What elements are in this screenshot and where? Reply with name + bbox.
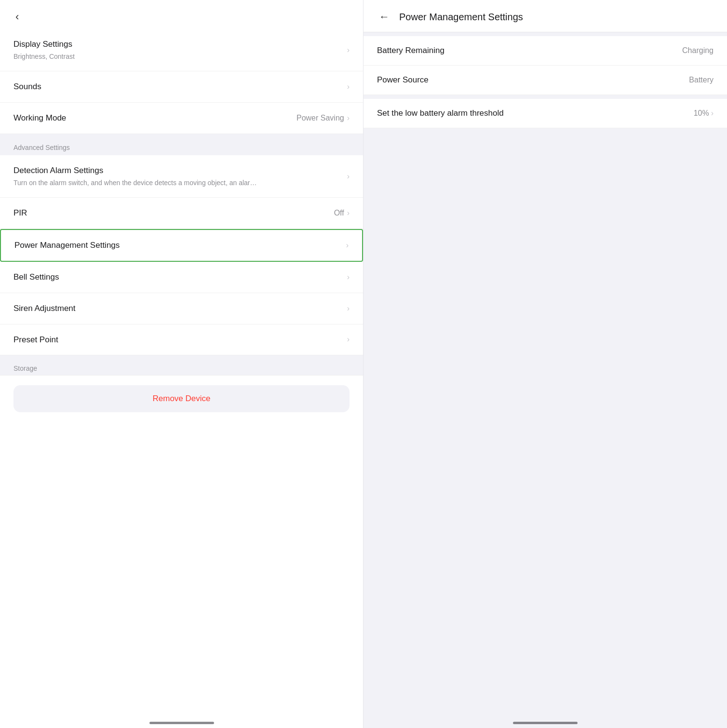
bell-settings-chevron: › — [347, 273, 350, 282]
right-home-indicator — [364, 712, 727, 728]
advanced-settings-label: Advanced Settings — [0, 138, 363, 155]
left-header: ‹ — [0, 0, 363, 29]
chevron-icon: › — [347, 46, 350, 54]
preset-point-left: Preset Point — [13, 334, 347, 346]
section-divider-storage — [0, 355, 363, 359]
preset-point-right: › — [347, 335, 350, 344]
right-home-bar — [513, 722, 578, 724]
siren-adjustment-right: › — [347, 304, 350, 313]
settings-item-detection-alarm[interactable]: Detection Alarm Settings Turn on the ala… — [0, 155, 363, 198]
bell-settings-right: › — [347, 273, 350, 282]
settings-item-pir[interactable]: PIR Off › — [0, 198, 363, 229]
detection-alarm-title: Detection Alarm Settings — [13, 165, 347, 176]
right-header-title: Power Management Settings — [399, 12, 523, 23]
sounds-right: › — [347, 82, 350, 91]
working-mode-title: Working Mode — [13, 112, 296, 124]
power-source-title: Power Source — [377, 75, 429, 85]
working-mode-chevron: › — [347, 114, 350, 122]
right-mid-divider — [364, 95, 727, 99]
detection-alarm-subtitle: Turn on the alarm switch, and when the d… — [13, 178, 347, 188]
low-battery-threshold-title: Set the low battery alarm threshold — [377, 108, 504, 118]
settings-item-display-settings[interactable]: Display Settings Brightness, Contrast › — [0, 29, 363, 71]
left-home-indicator — [0, 712, 363, 728]
right-empty-space — [364, 128, 727, 712]
detection-alarm-left: Detection Alarm Settings Turn on the ala… — [13, 165, 347, 188]
settings-item-preset-point[interactable]: Preset Point › — [0, 324, 363, 356]
right-settings-list-2: Set the low battery alarm threshold 10% … — [364, 99, 727, 128]
siren-adjustment-title: Siren Adjustment — [13, 303, 347, 314]
pir-value: Off — [334, 209, 344, 217]
settings-item-bell-settings[interactable]: Bell Settings › — [0, 262, 363, 293]
section-divider-advanced — [0, 134, 363, 138]
display-settings-subtitle: Brightness, Contrast — [13, 52, 347, 62]
threshold-row: 10% › — [694, 109, 714, 118]
working-mode-right: Power Saving › — [296, 114, 350, 122]
right-panel: ← Power Management Settings Battery Rema… — [364, 0, 727, 728]
siren-adjustment-chevron: › — [347, 304, 350, 313]
settings-item-working-mode[interactable]: Working Mode Power Saving › — [0, 103, 363, 134]
remove-device-button[interactable]: Remove Device — [13, 385, 350, 412]
pir-left: PIR — [13, 207, 334, 219]
siren-adjustment-left: Siren Adjustment — [13, 303, 347, 314]
left-back-button[interactable]: ‹ — [13, 10, 21, 24]
threshold-value: 10% — [694, 109, 709, 118]
working-mode-value: Power Saving — [296, 114, 344, 122]
bell-settings-left: Bell Settings — [13, 271, 347, 283]
threshold-chevron: › — [711, 109, 714, 118]
pir-right: Off › — [334, 209, 350, 217]
right-header: ← Power Management Settings — [364, 0, 727, 32]
left-home-bar — [149, 722, 214, 724]
remove-device-section: Remove Device — [0, 375, 363, 422]
power-management-chevron: › — [346, 241, 349, 250]
battery-remaining-value: Charging — [682, 46, 714, 55]
power-source-value: Battery — [689, 76, 714, 84]
pir-title: PIR — [13, 207, 334, 219]
bell-settings-title: Bell Settings — [13, 271, 347, 283]
settings-item-power-management[interactable]: Power Management Settings › — [0, 229, 363, 262]
preset-point-title: Preset Point — [13, 334, 347, 346]
power-management-left: Power Management Settings — [14, 240, 346, 251]
sounds-title: Sounds — [13, 81, 347, 93]
storage-section: Storage — [0, 359, 363, 375]
right-settings-list: Battery Remaining Charging Power Source … — [364, 36, 727, 95]
sounds-chevron: › — [347, 82, 350, 91]
power-management-title: Power Management Settings — [14, 240, 346, 251]
sounds-left: Sounds — [13, 81, 347, 93]
settings-item-left: Display Settings Brightness, Contrast — [13, 39, 347, 61]
display-settings-title: Display Settings — [13, 39, 347, 50]
right-back-button[interactable]: ← — [377, 10, 391, 24]
detection-alarm-right: › — [347, 172, 350, 181]
battery-remaining-title: Battery Remaining — [377, 46, 444, 55]
settings-item-sounds[interactable]: Sounds › — [0, 71, 363, 103]
settings-item-siren-adjustment[interactable]: Siren Adjustment › — [0, 293, 363, 324]
right-item-power-source[interactable]: Power Source Battery — [364, 66, 727, 95]
preset-point-chevron: › — [347, 335, 350, 344]
working-mode-left: Working Mode — [13, 112, 296, 124]
right-item-battery-remaining[interactable]: Battery Remaining Charging — [364, 36, 727, 66]
right-top-divider — [364, 32, 727, 36]
pir-chevron: › — [347, 209, 350, 217]
left-panel: ‹ Display Settings Brightness, Contrast … — [0, 0, 364, 728]
settings-list: Display Settings Brightness, Contrast › … — [0, 29, 363, 712]
settings-item-right: › — [347, 46, 350, 54]
power-management-right: › — [346, 241, 349, 250]
storage-label: Storage — [13, 364, 37, 372]
right-item-low-battery-threshold[interactable]: Set the low battery alarm threshold 10% … — [364, 99, 727, 128]
detection-alarm-chevron: › — [347, 172, 350, 181]
